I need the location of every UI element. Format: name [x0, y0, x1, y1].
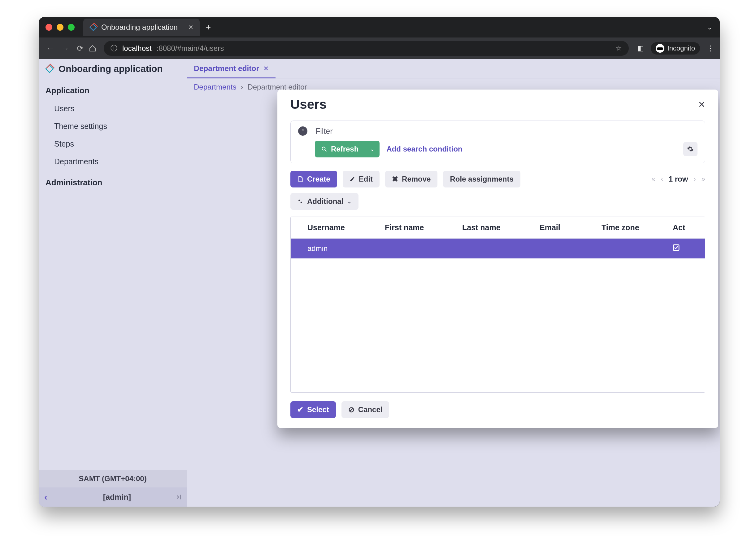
- browser-toolbar: ← → ⟳ ⓘ localhost:8080/#main/4/users ☆ ◧…: [39, 38, 720, 59]
- modal-overlay: Users ✕ ⌃ Filter Refresh: [187, 59, 720, 507]
- table-body-empty: [291, 259, 705, 392]
- edit-button[interactable]: Edit: [343, 171, 380, 187]
- main-area: Department editor ✕ Departments › Depart…: [187, 59, 720, 507]
- nav-reload-button[interactable]: ⟳: [74, 44, 86, 53]
- search-icon: [321, 146, 327, 152]
- cancel-button[interactable]: ⊘ Cancel: [341, 401, 389, 418]
- users-table: Username First name Last name Email Time…: [290, 217, 705, 393]
- svg-line-1: [325, 150, 327, 152]
- site-info-icon[interactable]: ⓘ: [111, 44, 117, 53]
- browser-tab[interactable]: Onboarding application ✕: [83, 19, 200, 36]
- browser-titlebar: Onboarding application ✕ + ⌄: [39, 17, 720, 38]
- svg-point-2: [299, 200, 300, 201]
- sidebar: Onboarding application Application Users…: [39, 59, 187, 507]
- pager-prev-button[interactable]: ‹: [661, 175, 663, 183]
- pager: « ‹ 1 row › »: [652, 175, 705, 183]
- add-search-condition-link[interactable]: Add search condition: [386, 145, 462, 153]
- bookmark-star-icon[interactable]: ☆: [616, 44, 622, 52]
- check-icon: ✔: [297, 405, 303, 414]
- pencil-icon: [350, 176, 355, 182]
- nav-forward-button[interactable]: →: [59, 44, 72, 53]
- brand-title: Onboarding application: [58, 64, 163, 74]
- remove-button[interactable]: ✖ Remove: [385, 171, 438, 187]
- cell-email: [535, 239, 597, 259]
- sidebar-item-departments[interactable]: Departments: [39, 153, 187, 171]
- brand[interactable]: Onboarding application: [39, 59, 187, 79]
- remove-label: Remove: [402, 175, 431, 183]
- select-button[interactable]: ✔ Select: [290, 401, 336, 418]
- tab-close-button[interactable]: ✕: [188, 24, 193, 31]
- pager-first-button[interactable]: «: [652, 175, 655, 183]
- additional-button[interactable]: Additional ⌄: [290, 193, 358, 210]
- gear-icon: [687, 146, 694, 153]
- th-username[interactable]: Username: [303, 217, 380, 238]
- sidebar-item-theme-settings[interactable]: Theme settings: [39, 117, 187, 135]
- roles-label: Role assignments: [450, 175, 513, 183]
- browser-menu-button[interactable]: ⋮: [707, 44, 714, 53]
- refresh-button[interactable]: Refresh ⌄: [315, 141, 380, 157]
- url-path: :8080/#main/4/users: [157, 44, 224, 53]
- th-last-name[interactable]: Last name: [458, 217, 535, 238]
- url-box[interactable]: ⓘ localhost:8080/#main/4/users ☆: [104, 41, 629, 56]
- create-label: Create: [307, 175, 330, 183]
- sidebar-item-steps[interactable]: Steps: [39, 135, 187, 153]
- traffic-lights: [46, 24, 75, 31]
- filter-label: Filter: [315, 127, 333, 136]
- th-time-zone[interactable]: Time zone: [597, 217, 668, 238]
- pager-next-button[interactable]: ›: [693, 175, 695, 183]
- incognito-label: Incognito: [667, 44, 695, 52]
- additional-toolbar: Additional ⌄: [290, 193, 705, 210]
- user-row: ‹ [admin]: [39, 487, 187, 507]
- current-user-label[interactable]: [admin]: [60, 493, 174, 502]
- table-row[interactable]: admin: [291, 239, 705, 259]
- logout-icon[interactable]: [174, 494, 181, 500]
- cell-time-zone: [597, 239, 668, 259]
- edit-label: Edit: [359, 175, 373, 183]
- window-minimize-button[interactable]: [57, 24, 64, 31]
- modal-header: Users ✕: [290, 97, 705, 112]
- cell-active: [668, 239, 699, 259]
- cell-last-name: [458, 239, 535, 259]
- incognito-badge[interactable]: Incognito: [651, 42, 700, 54]
- browser-window: Onboarding application ✕ + ⌄ ← → ⟳ ⓘ loc…: [39, 17, 720, 507]
- filter-collapse-icon[interactable]: ⌃: [298, 127, 307, 136]
- check-icon: [673, 244, 680, 251]
- role-assignments-button[interactable]: Role assignments: [443, 171, 520, 187]
- th-select[interactable]: [291, 217, 303, 238]
- tabs-menu-button[interactable]: ⌄: [707, 24, 712, 31]
- pager-last-button[interactable]: »: [702, 175, 705, 183]
- browser-tab-title: Onboarding application: [101, 23, 178, 31]
- th-first-name[interactable]: First name: [380, 217, 458, 238]
- select-label: Select: [307, 405, 329, 414]
- brand-logo-icon: [45, 64, 54, 73]
- cell-first-name: [380, 239, 458, 259]
- th-active[interactable]: Act: [668, 217, 699, 238]
- sidebar-item-users[interactable]: Users: [39, 100, 187, 117]
- sidebar-section-application[interactable]: Application: [39, 79, 187, 100]
- app-favicon-icon: [90, 24, 97, 31]
- nav-home-button[interactable]: [89, 45, 101, 52]
- collapse-sidebar-button[interactable]: ‹: [44, 492, 47, 502]
- nav-back-button[interactable]: ←: [44, 44, 57, 53]
- filter-settings-button[interactable]: [683, 142, 698, 156]
- svg-point-3: [301, 202, 302, 203]
- sidebar-section-administration[interactable]: Administration: [39, 171, 187, 192]
- extensions-icon[interactable]: ◧: [637, 44, 644, 52]
- create-button[interactable]: Create: [290, 171, 337, 187]
- refresh-dropdown-button[interactable]: ⌄: [365, 141, 380, 156]
- th-email[interactable]: Email: [535, 217, 597, 238]
- new-tab-button[interactable]: +: [206, 22, 211, 32]
- modal-footer: ✔ Select ⊘ Cancel: [290, 401, 705, 418]
- remove-x-icon: ✖: [392, 175, 398, 183]
- cell-select: [291, 239, 303, 259]
- app-area: Onboarding application Application Users…: [39, 59, 720, 507]
- cell-username: admin: [303, 239, 380, 259]
- window-close-button[interactable]: [46, 24, 52, 31]
- ban-icon: ⊘: [348, 405, 354, 414]
- additional-label: Additional: [307, 197, 343, 206]
- cancel-label: Cancel: [358, 405, 383, 414]
- timezone-label[interactable]: SAMT (GMT+04:00): [39, 470, 187, 487]
- users-modal: Users ✕ ⌃ Filter Refresh: [277, 90, 718, 428]
- window-maximize-button[interactable]: [68, 24, 75, 31]
- modal-close-button[interactable]: ✕: [698, 99, 705, 110]
